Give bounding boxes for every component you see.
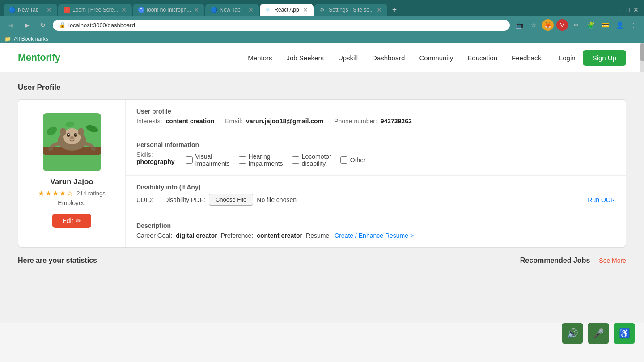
nav-community[interactable]: Community: [419, 54, 453, 62]
udid-label: UDID:: [136, 196, 153, 203]
choose-file-button[interactable]: Choose File: [209, 194, 253, 206]
browser-tab-5[interactable]: ⚛ React App ✕: [260, 4, 314, 16]
bookmark-star-icon[interactable]: ☆: [528, 19, 539, 31]
app-wrapper: Mentorify Mentors Job Seekers Upskill Da…: [0, 43, 644, 323]
jobs-title: Recommended Jobs: [520, 257, 590, 265]
browser-tab-3[interactable]: G loom no microph... ✕: [133, 4, 205, 16]
nav-upskill[interactable]: Upskill: [338, 54, 358, 62]
checkbox-hearing-input[interactable]: [239, 156, 246, 164]
browser-tab-4[interactable]: 🔵 New Tab ✕: [205, 4, 259, 16]
bookmarks-label: All Bookmarks: [14, 36, 48, 42]
section-description-title: Description: [136, 222, 615, 229]
section-personal-info: Personal Information Skills: photography…: [126, 133, 626, 176]
udid-field: UDID:: [136, 196, 153, 203]
checkbox-other-label: Other: [350, 156, 366, 164]
no-file-label: No file chosen: [257, 196, 297, 203]
user-name: Varun Jajoo: [50, 177, 93, 186]
browser-tab-6[interactable]: ⚙ Settings - Site se... ✕: [314, 4, 387, 16]
checkbox-hearing-label: HearingImpairments: [249, 153, 283, 167]
preference-label: Preference:: [221, 232, 253, 239]
nav-education[interactable]: Education: [467, 54, 497, 62]
profile2-icon[interactable]: V: [556, 19, 568, 31]
checkbox-visual-input[interactable]: [186, 156, 193, 164]
minimize-button[interactable]: ─: [618, 6, 623, 13]
phone-label: Phone number:: [334, 118, 377, 125]
checkbox-locomotor-input[interactable]: [292, 156, 299, 164]
add-tab-button[interactable]: +: [388, 4, 401, 16]
tab-favicon-2: L: [64, 7, 70, 13]
scrollbar[interactable]: [640, 43, 644, 72]
lock-icon: 🔒: [59, 22, 66, 28]
tab-title-4: New Tab: [220, 7, 246, 13]
edit-button[interactable]: Edit ✏: [52, 214, 91, 228]
pencil-icon[interactable]: ✏: [571, 19, 582, 31]
address-text: localhost:3000/dashboard: [68, 22, 135, 29]
login-button[interactable]: Login: [559, 54, 576, 62]
tab-close-5[interactable]: ✕: [303, 7, 308, 13]
svg-point-9: [48, 147, 53, 151]
user-role: Employee: [58, 199, 85, 206]
checkbox-visual-label: VisualImpairments: [195, 153, 230, 167]
tab-title-5: React App: [274, 7, 300, 13]
menu-icon[interactable]: ⋮: [628, 19, 640, 31]
checkbox-other[interactable]: Other: [340, 156, 366, 164]
skills-value: photography: [136, 158, 175, 165]
brand-logo[interactable]: Mentorify: [18, 52, 60, 63]
tab-favicon-6: ⚙: [320, 7, 326, 13]
profile-left: Varun Jajoo ★★★★☆ 214 ratings Employee E…: [18, 100, 126, 247]
reload-button[interactable]: ↻: [37, 19, 49, 31]
signup-button[interactable]: Sign Up: [583, 50, 626, 66]
career-row: Career Goal: digital creator Preference:…: [136, 232, 615, 239]
resume-label: Resume:: [306, 232, 331, 239]
profile-icon[interactable]: 🦊: [542, 19, 554, 31]
browser-tab-1[interactable]: 🔵 New Tab ✕: [4, 4, 57, 16]
close-window-button[interactable]: ✕: [633, 6, 639, 13]
resume-link[interactable]: Create / Enhance Resume >: [335, 232, 414, 239]
skills-label: Skills:: [136, 151, 153, 158]
svg-point-10: [91, 147, 96, 151]
nav-job-seekers[interactable]: Job Seekers: [287, 54, 324, 62]
cast-icon[interactable]: 📺: [513, 19, 525, 31]
svg-point-6: [68, 134, 69, 135]
browser-chrome: 🔵 New Tab ✕ L Loom | Free Scre... ✕ G lo…: [0, 0, 644, 43]
address-bar[interactable]: 🔒 localhost:3000/dashboard: [53, 20, 510, 31]
maximize-button[interactable]: □: [626, 6, 630, 13]
disability-checkboxes: VisualImpairments HearingImpairments Loc…: [186, 153, 366, 167]
extensions-icon[interactable]: 🧩: [585, 19, 597, 31]
run-ocr-link[interactable]: Run OCR: [588, 196, 615, 203]
personal-info-row: Skills: photography VisualImpairments: [136, 151, 615, 167]
tab-title-1: New Tab: [18, 7, 44, 13]
bookmarks-bar: 📁 All Bookmarks: [0, 34, 644, 43]
tab-title-2: Loom | Free Scre...: [72, 7, 119, 13]
tab-close-4[interactable]: ✕: [248, 7, 254, 13]
checkbox-locomotor[interactable]: Locomotordisability: [292, 153, 331, 167]
interests-label: Interests:: [136, 118, 162, 125]
email-value: varun.jajoo18@gmail.com: [246, 118, 323, 125]
tab-close-3[interactable]: ✕: [194, 7, 199, 13]
edit-label: Edit: [62, 217, 73, 224]
section-disability-title: Disability info (If Any): [136, 184, 615, 191]
svg-point-7: [75, 134, 76, 135]
svg-point-12: [78, 128, 84, 136]
forward-button[interactable]: ▶: [21, 19, 33, 31]
tab-close-2[interactable]: ✕: [121, 7, 127, 13]
profile3-icon[interactable]: 👤: [614, 19, 625, 31]
nav-feedback[interactable]: Feedback: [512, 54, 541, 62]
tab-title-3: loom no microph...: [147, 7, 191, 13]
tab-close-1[interactable]: ✕: [47, 7, 52, 13]
career-goal-label: Career Goal:: [136, 232, 172, 239]
checkbox-hearing[interactable]: HearingImpairments: [239, 153, 283, 167]
section-disability: Disability info (If Any) UDID: Disabilit…: [126, 176, 626, 214]
see-more-link[interactable]: See More: [599, 257, 626, 264]
checkbox-visual[interactable]: VisualImpairments: [186, 153, 230, 167]
disability-row: UDID: Disability PDF: Choose File No fil…: [136, 194, 615, 206]
tab-close-6[interactable]: ✕: [377, 7, 382, 13]
nav-dashboard[interactable]: Dashboard: [372, 54, 405, 62]
wallet-icon[interactable]: 💳: [599, 19, 611, 31]
toolbar-actions: 📺 ☆ 🦊 V ✏ 🧩 💳 👤 ⋮: [513, 19, 640, 31]
back-button[interactable]: ◀: [4, 19, 17, 31]
tab-title-6: Settings - Site se...: [329, 7, 374, 13]
nav-mentors[interactable]: Mentors: [248, 54, 272, 62]
checkbox-other-input[interactable]: [340, 156, 347, 164]
browser-tab-2[interactable]: L Loom | Free Scre... ✕: [58, 4, 132, 16]
